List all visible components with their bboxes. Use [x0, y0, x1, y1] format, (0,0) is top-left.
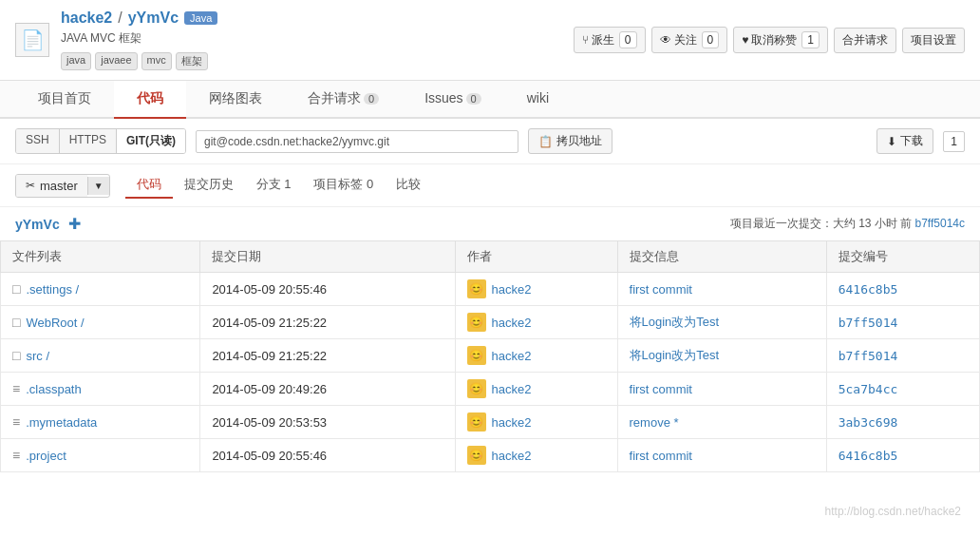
star-button[interactable]: ♥ 取消称赞 1: [733, 27, 828, 53]
fork-button[interactable]: ⑂ 派生 0: [574, 27, 646, 53]
repo-tag[interactable]: mvc: [141, 52, 172, 70]
table-header: 作者: [455, 241, 617, 273]
repo-icon: 📄: [15, 23, 49, 57]
watch-count: 0: [702, 31, 720, 48]
git-url-input[interactable]: [196, 130, 518, 153]
nav-tab-合并请求[interactable]: 合并请求0: [285, 81, 402, 119]
file-link[interactable]: .mymetadata: [26, 415, 97, 430]
nav-tab-项目首页[interactable]: 项目首页: [15, 81, 114, 119]
file-name-cell: ≡.project: [1, 439, 200, 472]
branch-label: master: [40, 179, 78, 193]
file-link[interactable]: .classpath: [26, 382, 82, 396]
author-link[interactable]: hacke2: [492, 282, 532, 297]
nav-tab-网络图表[interactable]: 网络图表: [186, 81, 285, 119]
commit-hash-cell: b7ff5014: [826, 306, 979, 339]
commit-hash-link[interactable]: 6416c8b5: [839, 282, 898, 297]
last-commit-hash[interactable]: b7ff5014c: [915, 217, 966, 230]
author-link[interactable]: hacke2: [492, 415, 532, 430]
commit-message-link[interactable]: first commit: [630, 282, 692, 297]
branch-tab-项目标签0[interactable]: 项目标签 0: [302, 172, 385, 199]
commit-message-link[interactable]: 将Login改为Test: [630, 348, 720, 362]
branch-tab-比较[interactable]: 比较: [385, 172, 432, 199]
file-link[interactable]: .project: [26, 449, 66, 463]
project-settings-button[interactable]: 项目设置: [902, 28, 965, 53]
branch-tabs: 代码提交历史分支 1项目标签 0比较: [125, 172, 433, 199]
table-row: ≡.mymetadata2014-05-09 20:53:53😊hacke2re…: [1, 406, 980, 439]
last-commit-info: 项目最近一次提交：大约 13 小时 前 b7ff5014c: [730, 216, 965, 232]
repo-owner[interactable]: hacke2: [61, 10, 112, 27]
folder-icon: □: [12, 281, 20, 297]
commit-date-cell: 2014-05-09 20:55:46: [200, 273, 455, 306]
commit-hash-link[interactable]: b7ff5014: [839, 316, 898, 330]
commit-message-cell: 将Login改为Test: [617, 306, 826, 339]
branch-name[interactable]: ✂ master: [16, 175, 87, 197]
branch-tab-代码[interactable]: 代码: [125, 172, 173, 199]
commit-date-cell: 2014-05-09 21:25:22: [200, 339, 455, 373]
commit-message-cell: remove *: [617, 406, 826, 439]
commit-message-cell: first commit: [617, 273, 826, 306]
repo-name[interactable]: yYmVc: [128, 10, 179, 27]
commit-message-cell: first commit: [617, 373, 826, 406]
branch-dropdown-arrow[interactable]: ▼: [87, 177, 109, 195]
commit-message-link[interactable]: first commit: [630, 449, 692, 463]
branch-bar: ✂ master ▼ 代码提交历史分支 1项目标签 0比较: [0, 164, 980, 207]
table-header: 提交信息: [617, 241, 826, 273]
add-file-icon[interactable]: ✚: [68, 216, 81, 232]
avatar: 😊: [467, 313, 486, 332]
branch-tab-提交历史[interactable]: 提交历史: [173, 172, 245, 199]
file-link[interactable]: .settings /: [26, 282, 79, 297]
watch-button[interactable]: 👁 关注 0: [651, 27, 728, 53]
nav-tabs: 项目首页代码网络图表合并请求0Issues0wiki: [0, 81, 980, 119]
author-link[interactable]: hacke2: [492, 349, 532, 363]
tab-badge: 0: [364, 93, 379, 105]
repo-tag[interactable]: 框架: [176, 52, 208, 70]
protocol-btn-GIT只读[interactable]: GIT(只读): [117, 129, 185, 153]
file-name-cell: □.settings /: [1, 273, 200, 306]
commit-message-link[interactable]: first commit: [630, 382, 692, 396]
merge-request-button[interactable]: 合并请求: [834, 28, 896, 53]
branch-tab-分支1[interactable]: 分支 1: [245, 172, 303, 199]
heart-icon: ♥: [742, 33, 748, 47]
author-cell: 😊hacke2: [455, 306, 617, 339]
commit-message-link[interactable]: remove *: [630, 415, 679, 430]
repo-name-line: hacke2 / yYmVc Java: [61, 10, 217, 27]
author-link[interactable]: hacke2: [492, 382, 532, 396]
protocol-btn-HTTPS[interactable]: HTTPS: [60, 129, 117, 153]
file-link[interactable]: src /: [26, 349, 49, 363]
nav-tab-代码[interactable]: 代码: [114, 81, 186, 119]
repo-tag[interactable]: java: [61, 52, 91, 70]
protocol-btn-SSH[interactable]: SSH: [16, 129, 60, 153]
scissors-icon: ✂: [26, 179, 35, 192]
branch-selector[interactable]: ✂ master ▼: [15, 174, 110, 198]
commit-hash-link[interactable]: 6416c8b5: [839, 449, 898, 463]
commit-hash-link[interactable]: 5ca7b4cc: [839, 382, 898, 396]
fork-icon: ⑂: [582, 33, 589, 47]
file-link[interactable]: WebRoot /: [26, 316, 84, 330]
nav-tab-wiki[interactable]: wiki: [504, 81, 572, 119]
author-link[interactable]: hacke2: [492, 449, 532, 463]
commit-message-cell: first commit: [617, 439, 826, 472]
repo-path-link[interactable]: yYmVc: [15, 217, 60, 232]
download-button[interactable]: ⬇ 下载: [876, 128, 933, 154]
copy-icon: 📋: [538, 135, 553, 148]
copy-url-button[interactable]: 📋 拷贝地址: [528, 128, 612, 154]
avatar: 😊: [467, 379, 486, 398]
file-table: 文件列表提交日期作者提交信息提交编号□.settings /2014-05-09…: [0, 240, 980, 472]
commit-message-link[interactable]: 将Login改为Test: [630, 315, 720, 329]
avatar: 😊: [467, 279, 486, 298]
copy-label: 拷贝地址: [556, 133, 602, 149]
avatar: 😊: [467, 446, 486, 465]
table-row: □.settings /2014-05-09 20:55:46😊hacke2fi…: [1, 273, 980, 306]
table-row: ≡.project2014-05-09 20:55:46😊hacke2first…: [1, 439, 980, 472]
author-link[interactable]: hacke2: [492, 316, 532, 330]
author-cell: 😊hacke2: [455, 273, 617, 306]
star-count: 1: [801, 31, 820, 48]
commit-hash-cell: 3ab3c698: [826, 406, 979, 439]
download-icon: ⬇: [887, 135, 896, 148]
nav-tab-Issues[interactable]: Issues0: [402, 81, 504, 119]
commit-hash-link[interactable]: 3ab3c698: [839, 415, 898, 430]
avatar: 😊: [467, 412, 486, 432]
commit-hash-link[interactable]: b7ff5014: [839, 349, 898, 363]
repo-tag[interactable]: javaee: [95, 52, 137, 70]
file-icon: ≡: [12, 381, 20, 396]
